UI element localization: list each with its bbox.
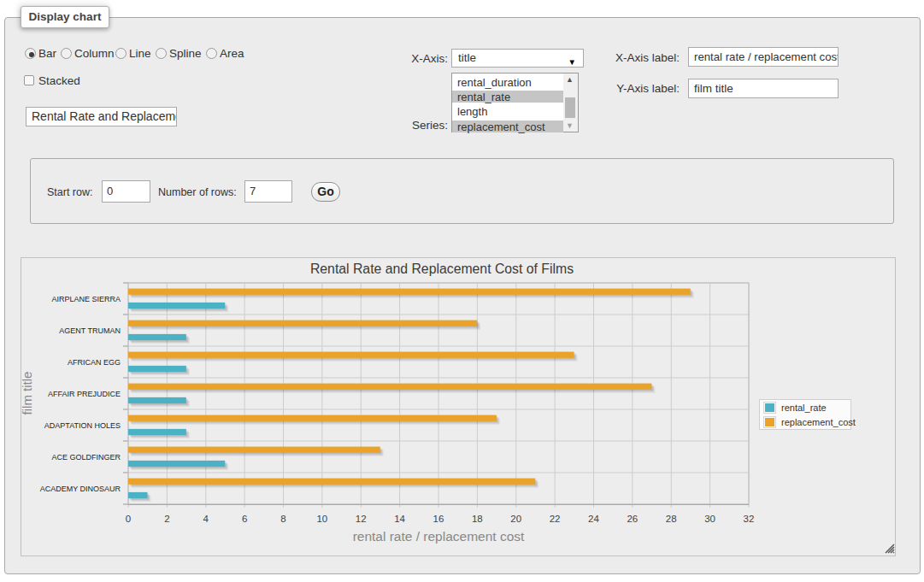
svg-text:replacement_cost: replacement_cost (781, 417, 856, 427)
svg-text:rental_rate: rental_rate (781, 403, 827, 413)
svg-text:Rental Rate and Replacement Co: Rental Rate and Replacement Cost of Film… (310, 262, 574, 276)
svg-text:10: 10 (316, 514, 327, 524)
svg-text:20: 20 (510, 514, 521, 524)
svg-text:22: 22 (550, 514, 561, 524)
svg-text:ACADEMY DINOSAUR: ACADEMY DINOSAUR (40, 485, 121, 493)
svg-text:14: 14 (394, 514, 405, 524)
svg-text:AGENT TRUMAN: AGENT TRUMAN (59, 326, 121, 335)
svg-text:AFRICAN EGG: AFRICAN EGG (68, 358, 121, 367)
svg-text:12: 12 (356, 514, 367, 524)
svg-text:18: 18 (472, 514, 483, 524)
svg-text:rental rate / replacement cost: rental rate / replacement cost (353, 529, 525, 544)
svg-text:16: 16 (433, 514, 444, 524)
svg-text:8: 8 (280, 514, 285, 524)
svg-text:26: 26 (627, 514, 638, 524)
svg-text:film title: film title (21, 372, 34, 415)
svg-text:30: 30 (704, 514, 715, 524)
svg-text:0: 0 (126, 514, 131, 524)
svg-text:32: 32 (744, 514, 755, 524)
svg-text:4: 4 (203, 514, 209, 524)
svg-text:24: 24 (588, 514, 599, 524)
svg-text:AIRPLANE SIERRA: AIRPLANE SIERRA (51, 295, 121, 303)
svg-text:AFFAIR PREJUDICE: AFFAIR PREJUDICE (48, 390, 121, 398)
svg-text:28: 28 (666, 514, 677, 524)
svg-text:2: 2 (164, 514, 169, 524)
svg-text:6: 6 (242, 514, 247, 524)
svg-text:ACE GOLDFINGER: ACE GOLDFINGER (51, 453, 121, 461)
svg-text:ADAPTATION HOLES: ADAPTATION HOLES (44, 421, 121, 430)
